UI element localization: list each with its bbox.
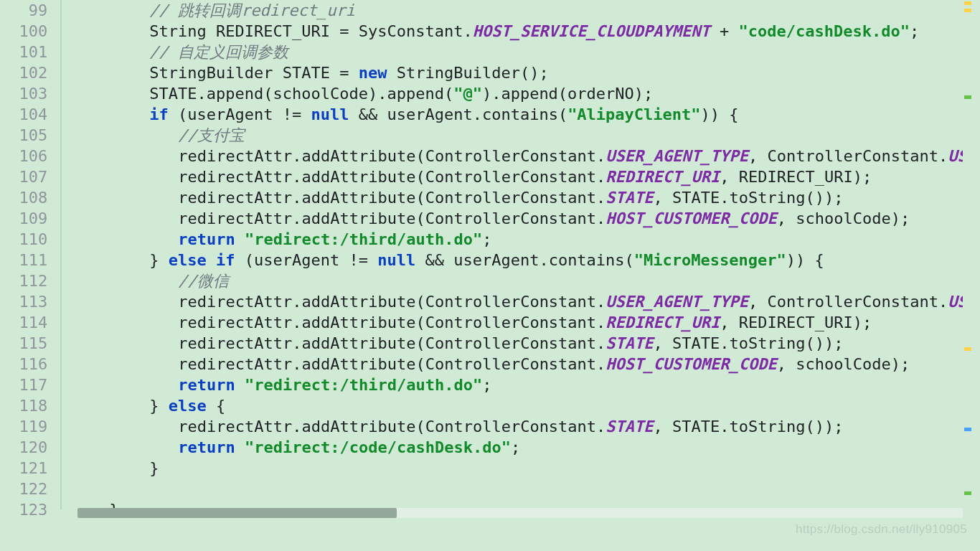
code-token: } [149, 397, 169, 415]
code-line[interactable]: redirectAttr.addAttribute(ControllerCons… [63, 354, 963, 375]
line-number: 105 [0, 125, 47, 146]
marker-icon[interactable] [964, 347, 971, 351]
code-token: REDIRECT_URI [606, 168, 720, 186]
code-token: , STATE.toString()); [654, 189, 844, 207]
line-number: 122 [0, 479, 47, 499]
code-token: redirectAttr.addAttribute(ControllerCons… [178, 314, 606, 331]
code-token [235, 376, 245, 394]
code-token: "@" [453, 85, 482, 103]
line-number: 114 [0, 312, 47, 333]
watermark-text: https://blog.csdn.net/lly910905 [796, 519, 967, 540]
code-token: USER [948, 147, 963, 165]
code-line[interactable]: return "redirect:/code/cashDesk.do"; [63, 437, 963, 458]
code-token: return [178, 438, 235, 456]
line-number: 111 [0, 250, 47, 270]
line-number: 121 [0, 458, 47, 479]
code-line[interactable]: } else if (userAgent != null && userAgen… [63, 250, 963, 270]
marker-icon[interactable] [964, 1, 971, 5]
code-token: ; [511, 438, 520, 456]
code-token: return [178, 376, 235, 394]
code-token: StringBuilder STATE = [149, 64, 358, 82]
code-line[interactable]: redirectAttr.addAttribute(ControllerCons… [63, 312, 963, 333]
code-line[interactable]: redirectAttr.addAttribute(ControllerCons… [63, 291, 963, 312]
code-line[interactable]: STATE.append(schoolCode).append("@").app… [63, 83, 963, 104]
code-line[interactable]: redirectAttr.addAttribute(ControllerCons… [63, 146, 963, 166]
code-line[interactable]: return "redirect:/third/auth.do"; [63, 229, 963, 250]
code-token: ; [910, 22, 919, 40]
code-token: HOST_SERVICE_CLOUDPAYMENT [473, 22, 710, 40]
code-token: String REDIRECT_URI = SysConstant. [149, 22, 472, 40]
code-area[interactable]: // 跳转回调redirect_uriString REDIRECT_URI =… [62, 0, 963, 509]
marker-icon[interactable] [964, 428, 971, 431]
code-line[interactable]: redirectAttr.addAttribute(ControllerCons… [63, 416, 963, 437]
code-line[interactable]: return "redirect:/third/auth.do"; [63, 375, 963, 395]
code-line[interactable]: String REDIRECT_URI = SysConstant.HOST_S… [63, 21, 963, 42]
code-token: StringBuilder(); [387, 64, 548, 82]
code-token: redirectAttr.addAttribute(ControllerCons… [178, 168, 606, 186]
code-token [235, 230, 245, 248]
code-token: "AlipayClient" [567, 105, 700, 123]
marker-strip[interactable] [963, 0, 971, 509]
line-number-gutter: 9910010110210310410510610710810911011111… [0, 0, 62, 509]
code-token: "code/cashDesk.do" [739, 22, 910, 40]
code-token: // 跳转回调redirect_uri [149, 1, 355, 19]
code-token: , schoolCode); [777, 209, 910, 227]
code-token: redirectAttr.addAttribute(ControllerCons… [178, 209, 606, 227]
code-token: , STATE.toString()); [654, 334, 844, 352]
code-token: redirectAttr.addAttribute(ControllerCons… [178, 189, 606, 207]
line-number: 119 [0, 416, 47, 437]
marker-icon[interactable] [964, 9, 971, 12]
code-token: , REDIRECT_URI); [720, 168, 872, 186]
code-token: redirectAttr.addAttribute(ControllerCons… [178, 418, 606, 435]
code-line[interactable]: // 跳转回调redirect_uri [63, 0, 963, 21]
code-token [235, 438, 245, 456]
line-number: 116 [0, 354, 47, 375]
line-number: 115 [0, 333, 47, 354]
line-number: 107 [0, 166, 47, 187]
code-line[interactable]: } else { [63, 395, 963, 416]
code-line[interactable]: redirectAttr.addAttribute(ControllerCons… [63, 187, 963, 208]
line-number: 108 [0, 187, 47, 208]
code-token: , ControllerConstant. [748, 147, 948, 165]
code-line[interactable]: redirectAttr.addAttribute(ControllerCons… [63, 166, 963, 187]
code-token: USER_AGENT_TYPE [606, 293, 748, 311]
code-line[interactable]: // 自定义回调参数 [63, 42, 963, 62]
line-number: 101 [0, 42, 47, 62]
code-token: && userAgent.contains( [415, 251, 634, 269]
code-token: null [311, 105, 349, 123]
code-token: "redirect:/third/auth.do" [245, 230, 482, 248]
code-token: //微信 [178, 272, 229, 290]
code-token: (userAgent != [169, 105, 311, 123]
code-token: ).append(orderNO); [482, 85, 653, 103]
code-token: , REDIRECT_URI); [720, 314, 872, 331]
code-line[interactable]: } [63, 458, 963, 479]
code-line[interactable]: redirectAttr.addAttribute(ControllerCons… [63, 208, 963, 229]
marker-icon[interactable] [964, 95, 971, 99]
code-line[interactable]: //支付宝 [63, 125, 963, 146]
code-token: } [149, 251, 169, 269]
line-number: 106 [0, 146, 47, 166]
line-number: 117 [0, 375, 47, 395]
horizontal-scrollbar-thumb[interactable] [77, 508, 397, 518]
code-token: else [169, 397, 207, 415]
horizontal-scrollbar-track[interactable] [77, 508, 963, 518]
code-line[interactable]: redirectAttr.addAttribute(ControllerCons… [63, 333, 963, 354]
code-token: )) { [701, 105, 739, 123]
code-line[interactable] [63, 479, 963, 499]
code-token: , ControllerConstant. [748, 293, 948, 311]
code-token: "redirect:/code/cashDesk.do" [245, 438, 511, 456]
code-token: redirectAttr.addAttribute(ControllerCons… [178, 147, 606, 165]
line-number: 99 [0, 0, 47, 21]
code-token: "MicroMessenger" [634, 251, 786, 269]
code-line[interactable]: //微信 [63, 270, 963, 291]
line-number: 113 [0, 291, 47, 312]
code-token: (userAgent != [235, 251, 378, 269]
code-editor[interactable]: 9910010110210310410510610710810911011111… [0, 0, 971, 509]
code-token: ; [482, 376, 491, 394]
code-line[interactable]: if (userAgent != null && userAgent.conta… [63, 104, 963, 125]
marker-icon[interactable] [964, 491, 971, 495]
code-token: if [149, 105, 169, 123]
code-token: HOST_CUSTOMER_CODE [606, 355, 776, 373]
code-line[interactable]: StringBuilder STATE = new StringBuilder(… [63, 62, 963, 83]
code-token: redirectAttr.addAttribute(ControllerCons… [178, 334, 606, 352]
